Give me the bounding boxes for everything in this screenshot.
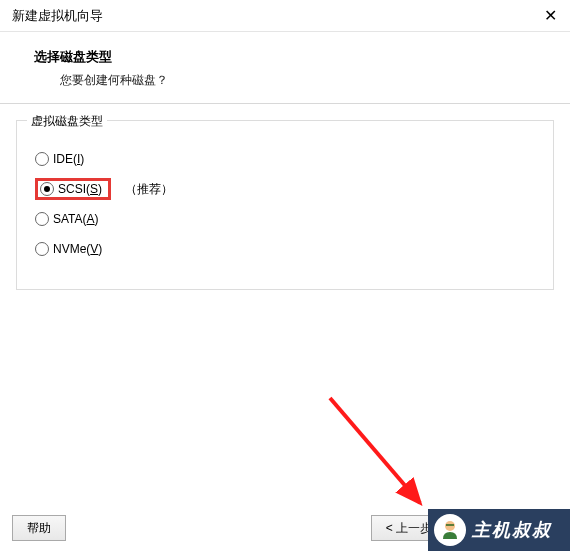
radio-icon [40, 182, 54, 196]
group-label: 虚拟磁盘类型 [27, 113, 107, 130]
watermark-icon [434, 514, 466, 546]
radio-icon [35, 242, 49, 256]
radio-icon [35, 152, 49, 166]
content-area: 虚拟磁盘类型 IDE(I) SCSI(S) （推荐） SATA(A) NVMe(… [0, 104, 570, 290]
svg-line-1 [330, 398, 420, 503]
disk-type-group: 虚拟磁盘类型 IDE(I) SCSI(S) （推荐） SATA(A) NVMe(… [16, 120, 554, 290]
radio-sata[interactable]: SATA(A) [35, 209, 539, 229]
radio-label: SATA(A) [53, 212, 99, 226]
watermark-text: 主机叔叔 [472, 518, 552, 542]
window-title: 新建虚拟机向导 [12, 7, 103, 25]
radio-label: SCSI(S) [58, 182, 102, 196]
titlebar: 新建虚拟机向导 ✕ [0, 0, 570, 32]
svg-rect-3 [446, 524, 454, 526]
annotation-arrow-icon [320, 388, 450, 528]
close-button[interactable]: ✕ [540, 6, 560, 25]
radio-icon [35, 212, 49, 226]
radio-label: NVMe(V) [53, 242, 102, 256]
radio-label: IDE(I) [53, 152, 84, 166]
page-title: 选择磁盘类型 [34, 48, 550, 66]
highlight-box: SCSI(S) [35, 178, 111, 200]
page-subtitle: 您要创建何种磁盘？ [34, 72, 550, 89]
radio-scsi[interactable]: SCSI(S) （推荐） [35, 179, 539, 199]
radio-ide[interactable]: IDE(I) [35, 149, 539, 169]
recommended-label: （推荐） [125, 181, 173, 198]
watermark-badge: 主机叔叔 [428, 509, 570, 551]
radio-nvme[interactable]: NVMe(V) [35, 239, 539, 259]
help-button[interactable]: 帮助 [12, 515, 66, 541]
wizard-header: 选择磁盘类型 您要创建何种磁盘？ [0, 32, 570, 103]
